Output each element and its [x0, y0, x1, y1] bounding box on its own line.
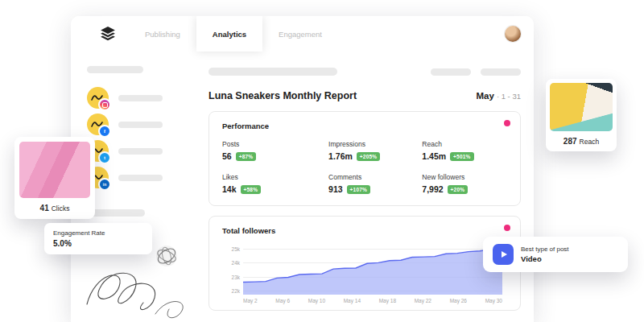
metric-reach: Reach 1.45m +501%	[422, 140, 507, 161]
metric-value: 1.76m	[328, 151, 353, 161]
performance-card-title: Performance	[222, 122, 507, 130]
metric-label: Posts	[222, 140, 328, 148]
y-axis-tick: 24k	[222, 260, 240, 266]
engagement-rate-card: Engagement Rate 5.0%	[44, 223, 152, 254]
pink-dot-icon	[504, 120, 510, 126]
metric-delta-badge: +87%	[236, 152, 257, 161]
main-content: Luna Sneakers Monthly Report May· 1 - 31…	[189, 52, 534, 322]
toolbar-skeleton-row	[208, 68, 521, 76]
engagement-label: Engagement Rate	[53, 229, 143, 237]
screenshot-canvas: Publishing Analytics Engagement	[0, 0, 644, 322]
metric-posts: Posts 56 +87%	[222, 140, 328, 161]
followers-area-chart: 25k 24k 23k 22k	[243, 245, 502, 295]
tab-engagement[interactable]: Engagement	[262, 16, 338, 52]
app-logo-layers-icon[interactable]	[100, 26, 116, 42]
reach-photo-card: 287Reach	[546, 79, 617, 151]
reach-photo	[550, 83, 613, 131]
area-chart-svg	[243, 245, 502, 295]
metric-comments: Comments 913 +107%	[328, 173, 422, 194]
account-avatar[interactable]	[87, 87, 109, 109]
x-axis-tick: May 14	[344, 298, 361, 303]
nav-tabs: Publishing Analytics Engagement	[129, 16, 338, 52]
followers-card-title: Total followers	[222, 226, 507, 235]
account-name-skeleton	[118, 95, 163, 101]
account-avatar[interactable]: f	[87, 114, 109, 135]
x-axis-tick: May 26	[450, 298, 467, 303]
twitter-icon: t	[98, 151, 111, 164]
video-icon	[493, 244, 514, 265]
metric-value: 14k	[222, 184, 237, 194]
report-header: Luna Sneakers Monthly Report May· 1 - 31	[208, 90, 521, 101]
report-title: Luna Sneakers Monthly Report	[208, 90, 357, 101]
metric-value: 913	[328, 184, 343, 194]
x-axis-tick: May 30	[485, 298, 502, 303]
clicks-caption: 41Clicks	[19, 198, 90, 216]
metric-delta-badge: +205%	[357, 152, 380, 161]
x-axis-tick: May 18	[379, 298, 396, 303]
engagement-value: 5.0%	[53, 239, 143, 248]
best-post-card: Best type of post Video	[483, 237, 628, 272]
toolbar-skeleton-button	[481, 68, 521, 76]
metric-label: Likes	[222, 173, 328, 181]
report-month: May	[477, 91, 494, 101]
toolbar-skeleton-bar	[208, 68, 337, 76]
x-axis-labels: May 2 May 6 May 10 May 14 May 18 May 22 …	[243, 298, 502, 303]
account-row-twitter[interactable]: t	[87, 140, 163, 162]
account-name-skeleton	[118, 148, 163, 155]
account-row-linkedin[interactable]: in	[87, 167, 163, 188]
y-axis-tick: 25k	[222, 246, 240, 252]
report-date-range: May· 1 - 31	[477, 91, 521, 101]
user-avatar[interactable]	[505, 26, 521, 42]
clicks-label: Clicks	[52, 204, 70, 213]
play-icon	[502, 251, 507, 258]
metric-likes: Likes 14k +58%	[222, 173, 328, 194]
instagram-icon	[98, 98, 111, 111]
metric-label: Comments	[328, 173, 422, 181]
toolbar-skeleton-button	[431, 68, 471, 76]
reach-value: 287	[564, 137, 577, 146]
clicks-value: 41	[40, 204, 49, 213]
linkedin-icon: in	[98, 178, 111, 191]
clicks-photo-card: 41Clicks	[14, 137, 95, 219]
scribble-doodle	[79, 264, 200, 322]
metric-value: 1.45m	[422, 151, 446, 161]
reach-label: Reach	[580, 138, 600, 146]
tab-publishing[interactable]: Publishing	[129, 16, 196, 52]
top-navigation-bar: Publishing Analytics Engagement	[71, 16, 534, 52]
total-followers-card: Total followers 25k 24k 23k 22k	[208, 216, 521, 311]
metric-delta-badge: +107%	[347, 185, 370, 194]
best-post-value: Video	[521, 254, 569, 263]
best-post-label: Best type of post	[521, 246, 569, 253]
y-axis-tick: 22k	[222, 287, 240, 293]
tab-analytics[interactable]: Analytics	[196, 16, 262, 52]
account-row-facebook[interactable]: f	[87, 114, 163, 135]
account-name-skeleton	[118, 175, 163, 181]
performance-metrics-grid: Posts 56 +87% Impressions 1.76m +205% Re…	[222, 140, 507, 194]
pink-dot-icon	[504, 225, 510, 231]
x-axis-tick: May 6	[275, 298, 290, 303]
clicks-photo	[19, 142, 90, 198]
performance-card: Performance Posts 56 +87% Impressions 1.…	[208, 111, 521, 206]
metric-value: 7,992	[422, 184, 443, 194]
metric-delta-badge: +501%	[450, 152, 473, 161]
metric-label: New followers	[422, 173, 507, 181]
metric-label: Impressions	[328, 140, 422, 148]
facebook-icon: f	[98, 125, 111, 138]
sidebar-skeleton-bar	[87, 66, 143, 73]
metric-impressions: Impressions 1.76m +205%	[328, 140, 422, 161]
sidebar-skeleton-bar	[87, 209, 145, 217]
metric-delta-badge: +20%	[448, 185, 469, 194]
metric-new-followers: New followers 7,992 +20%	[422, 173, 507, 194]
account-row-instagram[interactable]	[87, 87, 163, 109]
metric-label: Reach	[422, 140, 507, 148]
x-axis-tick: May 2	[243, 298, 258, 303]
metric-delta-badge: +58%	[241, 185, 262, 194]
x-axis-tick: May 10	[308, 298, 325, 303]
y-axis-tick: 23k	[222, 274, 240, 279]
account-name-skeleton	[118, 122, 163, 128]
reach-caption: 287Reach	[550, 131, 613, 149]
report-range: · 1 - 31	[497, 92, 521, 101]
metric-value: 56	[222, 151, 232, 161]
x-axis-tick: May 22	[415, 298, 431, 303]
